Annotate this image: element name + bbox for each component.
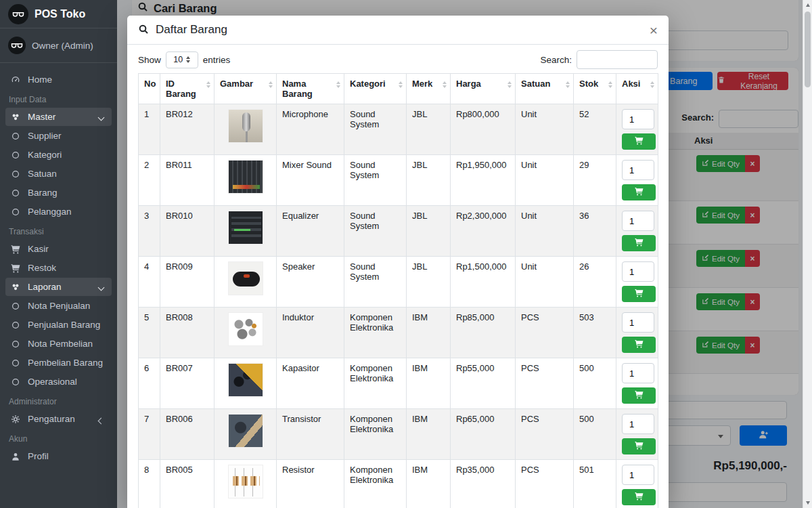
col-header-merk[interactable]: Merk xyxy=(407,74,451,104)
cell-gambar xyxy=(215,155,277,206)
cell-no: 1 xyxy=(139,104,160,155)
cart-icon xyxy=(635,441,644,452)
cell-aksi xyxy=(616,358,658,409)
sidebar-item-nota-pembelian[interactable]: Nota Pembelian xyxy=(5,335,112,353)
sort-icon xyxy=(443,81,447,88)
brand[interactable]: POS Toko xyxy=(0,0,117,28)
sidebar-item-label: Satuan xyxy=(28,169,57,179)
sidebar-item-pengaturan[interactable]: Pengaturan xyxy=(5,410,112,428)
scroll-up-icon[interactable] xyxy=(803,0,812,10)
user-name: Owner (Admin) xyxy=(32,41,93,51)
qty-input[interactable] xyxy=(622,211,654,231)
sidebar-item-penjualan-barang[interactable]: Penjualan Barang xyxy=(5,316,112,334)
qty-input[interactable] xyxy=(622,312,654,333)
add-to-cart-button[interactable] xyxy=(622,133,656,150)
modal-search-input[interactable] xyxy=(577,50,658,69)
col-header-no[interactable]: No xyxy=(139,74,160,104)
sidebar-item-label: Kategori xyxy=(28,150,62,160)
product-row: 2BR011Mixer SoundSound SystemJBLRp1,950,… xyxy=(139,155,658,206)
cart-icon xyxy=(635,136,644,147)
scroll-down-icon[interactable] xyxy=(803,498,812,508)
add-to-cart-button[interactable] xyxy=(622,337,656,353)
page-scrollbar[interactable] xyxy=(803,0,812,508)
product-image xyxy=(228,363,263,397)
qty-input[interactable] xyxy=(622,363,654,383)
sidebar-item-label: Restok xyxy=(28,263,56,273)
cell-id-barang: BR010 xyxy=(160,206,215,257)
cell-harga: Rp1,950,000 xyxy=(451,155,516,206)
col-header-nama-barang[interactable]: Nama Barang xyxy=(277,74,344,104)
cell-gambar xyxy=(215,257,277,308)
sidebar-item-kategori[interactable]: Kategori xyxy=(5,146,112,164)
cell-satuan: PCS xyxy=(516,308,574,358)
col-header-stok[interactable]: Stok xyxy=(574,74,616,104)
sidebar-item-kasir[interactable]: Kasir xyxy=(5,240,112,258)
cell-stok: 36 xyxy=(574,206,616,257)
cell-aksi xyxy=(616,308,658,358)
sidebar-item-restok[interactable]: Restok xyxy=(5,259,112,277)
sidebar-item-operasional[interactable]: Operasional xyxy=(5,373,112,391)
sidebar-item-home[interactable]: Home xyxy=(5,70,112,89)
scrollbar-thumb[interactable] xyxy=(805,12,811,87)
cell-gambar xyxy=(215,206,277,257)
cell-stok: 500 xyxy=(574,409,616,460)
col-header-satuan[interactable]: Satuan xyxy=(516,74,574,104)
sidebar-section-transaksi: Transaksi xyxy=(5,221,112,239)
cell-no: 2 xyxy=(139,155,160,206)
cell-nama-barang: Mixer Sound xyxy=(277,155,344,206)
cart-icon xyxy=(635,187,644,198)
cell-gambar xyxy=(215,460,277,508)
sidebar-item-supplier[interactable]: Supplier xyxy=(5,127,112,145)
circle-icon xyxy=(9,131,22,141)
add-to-cart-button[interactable] xyxy=(622,184,656,200)
cell-nama-barang: Microphone xyxy=(277,104,344,155)
col-header-id-barang[interactable]: ID Barang xyxy=(160,74,215,104)
sidebar-item-label: Pelanggan xyxy=(28,207,72,217)
cell-satuan: Unit xyxy=(516,104,574,155)
cell-stok: 29 xyxy=(574,155,616,206)
sidebar-item-label: Nota Penjualan xyxy=(28,301,90,311)
sidebar-item-barang[interactable]: Barang xyxy=(5,184,112,202)
add-to-cart-button[interactable] xyxy=(622,286,656,302)
user-panel[interactable]: Owner (Admin) xyxy=(0,28,117,63)
sidebar-item-profil[interactable]: Profil xyxy=(5,447,112,465)
cell-kategori: Sound System xyxy=(344,155,407,206)
sort-icon xyxy=(399,81,403,88)
col-header-kategori[interactable]: Kategori xyxy=(344,74,407,104)
close-icon[interactable]: × xyxy=(650,23,658,37)
add-to-cart-button[interactable] xyxy=(622,489,656,505)
col-header-harga[interactable]: Harga xyxy=(451,74,516,104)
sidebar-item-nota-penjualan[interactable]: Nota Penjualan xyxy=(5,297,112,315)
gear-icon xyxy=(9,415,22,424)
sidebar-item-pembelian-barang[interactable]: Pembelian Barang xyxy=(5,354,112,372)
col-header-gambar[interactable]: Gambar xyxy=(215,74,277,104)
qty-input[interactable] xyxy=(622,160,654,180)
cell-satuan: Unit xyxy=(516,257,574,308)
cell-merk: IBM xyxy=(407,308,451,358)
add-to-cart-button[interactable] xyxy=(622,235,656,251)
qty-input[interactable] xyxy=(622,414,654,434)
product-image xyxy=(228,465,263,499)
cell-id-barang: BR006 xyxy=(160,409,215,460)
cell-aksi xyxy=(616,206,658,257)
sort-icon xyxy=(336,81,340,88)
cell-satuan: PCS xyxy=(516,358,574,409)
sidebar-item-pelanggan[interactable]: Pelanggan xyxy=(5,203,112,221)
qty-input[interactable] xyxy=(622,261,654,282)
cell-stok: 500 xyxy=(574,358,616,409)
products-table: No ID Barang Gambar Nama Barang Kategori… xyxy=(138,73,658,508)
page-length-select[interactable]: 10 xyxy=(166,51,198,68)
qty-input[interactable] xyxy=(622,465,654,485)
sidebar-item-satuan[interactable]: Satuan xyxy=(5,165,112,183)
qty-input[interactable] xyxy=(622,109,654,129)
product-image xyxy=(228,414,263,448)
cell-merk: JBL xyxy=(407,257,451,308)
sidebar-item-laporan[interactable]: Laporan xyxy=(5,278,112,296)
add-to-cart-button[interactable] xyxy=(622,387,656,404)
add-to-cart-button[interactable] xyxy=(622,438,656,454)
product-row: 5BR008InduktorKomponen ElektronikaIBMRp8… xyxy=(139,308,658,358)
sidebar-item-master[interactable]: Master xyxy=(5,108,112,126)
cart-icon xyxy=(635,492,644,503)
cell-stok: 26 xyxy=(574,257,616,308)
col-header-aksi[interactable]: Aksi xyxy=(616,74,658,104)
